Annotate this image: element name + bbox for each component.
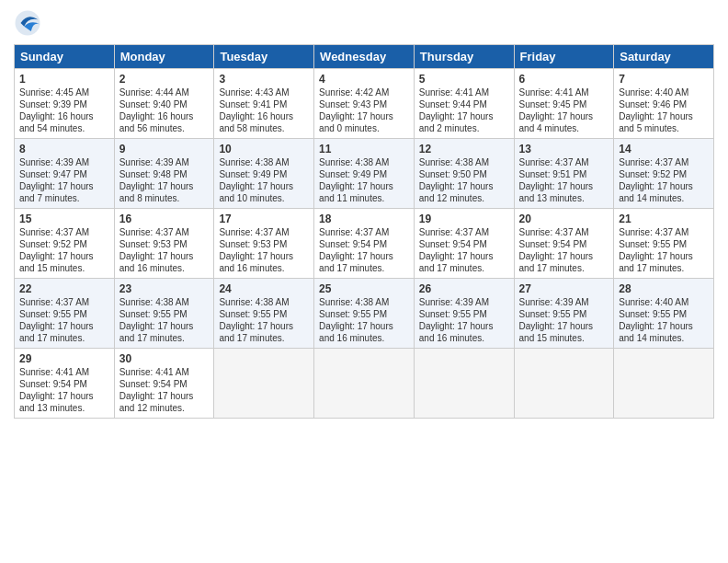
cell-details: Sunrise: 4:37 AM Sunset: 9:53 PM Dayligh… [119,226,210,274]
cell-details: Sunrise: 4:39 AM Sunset: 9:55 PM Dayligh… [419,296,509,344]
page-container: SundayMondayTuesdayWednesdayThursdayFrid… [0,0,728,428]
cell-details: Sunrise: 4:45 AM Sunset: 9:39 PM Dayligh… [19,86,109,134]
cell-details: Sunrise: 4:38 AM Sunset: 9:55 PM Dayligh… [319,296,409,344]
calendar-cell: 14Sunrise: 4:37 AM Sunset: 9:52 PM Dayli… [614,139,714,209]
calendar-cell: 21Sunrise: 4:37 AM Sunset: 9:55 PM Dayli… [614,209,714,279]
day-header: Monday [114,45,214,69]
cell-details: Sunrise: 4:38 AM Sunset: 9:55 PM Dayligh… [119,296,210,344]
day-number: 15 [19,213,109,225]
calendar-cell: 18Sunrise: 4:37 AM Sunset: 9:54 PM Dayli… [314,209,415,279]
cell-details: Sunrise: 4:41 AM Sunset: 9:44 PM Dayligh… [419,86,509,134]
calendar-cell [214,349,314,419]
calendar-week-row: 15Sunrise: 4:37 AM Sunset: 9:52 PM Dayli… [15,209,714,279]
calendar-cell: 20Sunrise: 4:37 AM Sunset: 9:54 PM Dayli… [514,209,614,279]
calendar-cell: 17Sunrise: 4:37 AM Sunset: 9:53 PM Dayli… [214,209,314,279]
cell-details: Sunrise: 4:37 AM Sunset: 9:55 PM Dayligh… [619,226,709,274]
cell-details: Sunrise: 4:38 AM Sunset: 9:55 PM Dayligh… [219,296,309,344]
cell-details: Sunrise: 4:38 AM Sunset: 9:50 PM Dayligh… [419,156,509,204]
calendar-cell: 5Sunrise: 4:41 AM Sunset: 9:44 PM Daylig… [414,69,514,139]
calendar-cell: 28Sunrise: 4:40 AM Sunset: 9:55 PM Dayli… [614,279,714,349]
calendar-cell: 27Sunrise: 4:39 AM Sunset: 9:55 PM Dayli… [514,279,614,349]
cell-details: Sunrise: 4:42 AM Sunset: 9:43 PM Dayligh… [319,86,409,134]
day-header: Tuesday [214,45,314,69]
day-header: Friday [514,45,614,69]
day-number: 30 [119,352,210,365]
cell-details: Sunrise: 4:37 AM Sunset: 9:54 PM Dayligh… [419,226,509,274]
cell-details: Sunrise: 4:41 AM Sunset: 9:54 PM Dayligh… [119,366,210,414]
header-row: SundayMondayTuesdayWednesdayThursdayFrid… [15,45,714,69]
cell-details: Sunrise: 4:41 AM Sunset: 9:54 PM Dayligh… [19,366,109,414]
cell-details: Sunrise: 4:37 AM Sunset: 9:52 PM Dayligh… [619,156,709,204]
calendar-cell: 19Sunrise: 4:37 AM Sunset: 9:54 PM Dayli… [414,209,514,279]
day-number: 17 [219,213,309,225]
day-header: Sunday [15,45,115,69]
cell-details: Sunrise: 4:39 AM Sunset: 9:55 PM Dayligh… [519,296,609,344]
day-number: 5 [419,73,509,86]
calendar-cell: 23Sunrise: 4:38 AM Sunset: 9:55 PM Dayli… [114,279,214,349]
calendar-cell: 2Sunrise: 4:44 AM Sunset: 9:40 PM Daylig… [114,69,214,139]
day-number: 7 [619,73,709,86]
cell-details: Sunrise: 4:37 AM Sunset: 9:55 PM Dayligh… [19,296,109,344]
cell-details: Sunrise: 4:37 AM Sunset: 9:54 PM Dayligh… [519,226,609,274]
day-number: 19 [419,213,509,225]
day-number: 23 [119,282,210,295]
day-number: 16 [119,213,210,225]
cell-details: Sunrise: 4:40 AM Sunset: 9:46 PM Dayligh… [619,86,709,134]
day-number: 11 [319,143,409,155]
cell-details: Sunrise: 4:38 AM Sunset: 9:49 PM Dayligh… [219,156,309,204]
day-header: Saturday [614,45,714,69]
calendar-week-row: 29Sunrise: 4:41 AM Sunset: 9:54 PM Dayli… [15,349,714,419]
calendar-cell: 8Sunrise: 4:39 AM Sunset: 9:47 PM Daylig… [15,139,115,209]
day-number: 13 [519,143,609,155]
logo-icon [14,9,41,37]
day-number: 4 [319,73,409,86]
day-number: 2 [119,73,210,86]
day-number: 3 [219,73,309,86]
cell-details: Sunrise: 4:40 AM Sunset: 9:55 PM Dayligh… [619,296,709,344]
calendar-cell: 15Sunrise: 4:37 AM Sunset: 9:52 PM Dayli… [15,209,115,279]
calendar-cell: 29Sunrise: 4:41 AM Sunset: 9:54 PM Dayli… [15,349,115,419]
day-number: 22 [19,282,109,295]
calendar-week-row: 1Sunrise: 4:45 AM Sunset: 9:39 PM Daylig… [15,69,714,139]
day-number: 9 [119,143,210,155]
day-number: 26 [419,282,509,295]
calendar-cell [514,349,614,419]
day-number: 12 [419,143,509,155]
cell-details: Sunrise: 4:37 AM Sunset: 9:54 PM Dayligh… [319,226,409,274]
day-number: 6 [519,73,609,86]
cell-details: Sunrise: 4:37 AM Sunset: 9:52 PM Dayligh… [19,226,109,274]
calendar-cell: 11Sunrise: 4:38 AM Sunset: 9:49 PM Dayli… [314,139,415,209]
day-number: 20 [519,213,609,225]
calendar-cell: 30Sunrise: 4:41 AM Sunset: 9:54 PM Dayli… [114,349,214,419]
calendar-cell: 26Sunrise: 4:39 AM Sunset: 9:55 PM Dayli… [414,279,514,349]
day-number: 14 [619,143,709,155]
cell-details: Sunrise: 4:37 AM Sunset: 9:51 PM Dayligh… [519,156,609,204]
calendar-cell: 10Sunrise: 4:38 AM Sunset: 9:49 PM Dayli… [214,139,314,209]
day-header: Thursday [414,45,514,69]
calendar-table: SundayMondayTuesdayWednesdayThursdayFrid… [14,44,714,419]
calendar-cell [414,349,514,419]
day-number: 10 [219,143,309,155]
logo [14,9,45,37]
calendar-cell [614,349,714,419]
calendar-cell [314,349,415,419]
cell-details: Sunrise: 4:41 AM Sunset: 9:45 PM Dayligh… [519,86,609,134]
calendar-cell: 16Sunrise: 4:37 AM Sunset: 9:53 PM Dayli… [114,209,214,279]
day-number: 8 [19,143,109,155]
day-number: 24 [219,282,309,295]
header [14,9,714,37]
calendar-cell: 24Sunrise: 4:38 AM Sunset: 9:55 PM Dayli… [214,279,314,349]
calendar-cell: 13Sunrise: 4:37 AM Sunset: 9:51 PM Dayli… [514,139,614,209]
day-header: Wednesday [314,45,415,69]
calendar-cell: 25Sunrise: 4:38 AM Sunset: 9:55 PM Dayli… [314,279,415,349]
day-number: 28 [619,282,709,295]
calendar-cell: 9Sunrise: 4:39 AM Sunset: 9:48 PM Daylig… [114,139,214,209]
calendar-week-row: 8Sunrise: 4:39 AM Sunset: 9:47 PM Daylig… [15,139,714,209]
calendar-cell: 1Sunrise: 4:45 AM Sunset: 9:39 PM Daylig… [15,69,115,139]
day-number: 21 [619,213,709,225]
cell-details: Sunrise: 4:39 AM Sunset: 9:48 PM Dayligh… [119,156,210,204]
calendar-cell: 7Sunrise: 4:40 AM Sunset: 9:46 PM Daylig… [614,69,714,139]
calendar-cell: 22Sunrise: 4:37 AM Sunset: 9:55 PM Dayli… [15,279,115,349]
day-number: 27 [519,282,609,295]
calendar-cell: 3Sunrise: 4:43 AM Sunset: 9:41 PM Daylig… [214,69,314,139]
